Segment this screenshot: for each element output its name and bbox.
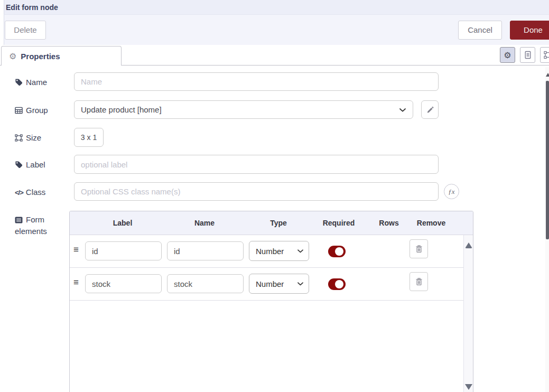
chevron-down-icon (297, 282, 303, 286)
cancel-button[interactable]: Cancel (458, 21, 502, 40)
size-field-row: Size 3 x 1 (15, 128, 549, 147)
dialog-header: Edit form node (4, 0, 549, 15)
group-field-label: Group (15, 100, 74, 116)
form-elements-row: Form elements Label Name Type Required R… (15, 211, 549, 392)
element-label-input[interactable] (85, 241, 162, 260)
gear-icon: ⚙ (504, 50, 511, 60)
name-input[interactable] (74, 72, 439, 91)
column-header-name: Name (194, 219, 215, 227)
element-type-value: Number (256, 247, 284, 256)
element-type-value: Number (256, 279, 284, 288)
tab-properties[interactable]: ⚙ Properties (1, 46, 122, 66)
description-tab-button[interactable] (520, 47, 535, 63)
group-select[interactable]: Update product [home] (74, 100, 413, 119)
form-elements-table-header: Label Name Type Required Rows Remove (70, 211, 473, 235)
name-field-label: Name (15, 72, 74, 88)
delete-button[interactable]: Delete (5, 21, 46, 40)
form-elements-table: Label Name Type Required Rows Remove ≡ N… (69, 211, 473, 392)
tag-icon (15, 161, 23, 169)
chevron-down-icon (297, 249, 303, 253)
class-field-label: </>Class (15, 182, 74, 198)
group-field-row: Group Update product [home] (15, 100, 549, 119)
group-selected-value: Update product [home] (81, 105, 162, 114)
label-field-label: Label (15, 155, 74, 171)
column-header-type: Type (270, 219, 287, 227)
object-group-icon (15, 134, 23, 142)
form-element-row: ≡ Number (70, 268, 473, 301)
remove-element-button[interactable] (410, 239, 428, 258)
trash-icon (415, 277, 423, 286)
column-header-label: Label (113, 219, 133, 227)
gear-icon: ⚙ (9, 51, 16, 61)
table-icon (15, 107, 23, 114)
form-element-row: ≡ Number (70, 235, 473, 268)
element-type-select[interactable]: Number (249, 274, 309, 294)
size-field-label: Size (15, 128, 74, 144)
scroll-up-icon[interactable] (465, 242, 472, 248)
file-text-icon (524, 51, 532, 59)
element-type-select[interactable]: Number (249, 241, 309, 261)
drag-handle-icon[interactable]: ≡ (73, 245, 79, 254)
toggle-knob (335, 247, 343, 256)
column-header-rows: Rows (379, 219, 398, 227)
class-input[interactable] (74, 182, 439, 201)
done-button[interactable]: Done (510, 21, 549, 40)
scrollbar-thumb[interactable] (546, 81, 549, 239)
table-scrollbar[interactable] (463, 235, 473, 392)
dialog-scrollbar[interactable] (545, 67, 549, 392)
properties-panel: Name Group Update product [home] (0, 66, 549, 392)
drag-handle-icon[interactable]: ≡ (73, 278, 79, 287)
form-elements-label: Form elements (15, 211, 68, 237)
class-field-row: </>Class ƒx (15, 182, 549, 201)
element-name-input[interactable] (167, 274, 244, 293)
element-name-input[interactable] (167, 241, 244, 260)
label-input[interactable] (74, 155, 439, 174)
chevron-down-icon (399, 108, 406, 112)
pencil-icon (426, 106, 434, 114)
remove-element-button[interactable] (410, 272, 428, 291)
edit-form-node-dialog: Edit form node Delete Cancel Done ⚙ Prop… (0, 0, 549, 392)
tab-properties-label: Properties (21, 52, 60, 61)
dialog-title: Edit form node (6, 3, 58, 12)
fx-icon: ƒx (448, 188, 454, 196)
appearance-tab-button[interactable] (540, 47, 549, 63)
toggle-knob (335, 280, 343, 288)
tab-bar: ⚙ Properties ⚙ (0, 45, 549, 66)
scroll-down-icon[interactable] (465, 384, 472, 390)
dialog-toolbar: Delete Cancel Done (4, 15, 549, 45)
properties-tab-button[interactable]: ⚙ (500, 47, 515, 63)
required-toggle[interactable] (328, 246, 346, 257)
size-button[interactable]: 3 x 1 (74, 128, 104, 147)
object-group-icon (544, 51, 549, 59)
edit-group-button[interactable] (421, 100, 439, 119)
name-field-row: Name (15, 72, 549, 91)
scroll-up-icon[interactable] (546, 73, 549, 77)
list-alt-icon (15, 217, 23, 223)
trash-icon (415, 245, 423, 253)
column-header-remove: Remove (417, 219, 445, 227)
element-label-input[interactable] (85, 274, 162, 293)
tag-icon (15, 78, 23, 86)
column-header-required: Required (323, 219, 355, 227)
dynamic-property-button[interactable]: ƒx (444, 184, 459, 199)
code-icon: </> (15, 189, 23, 197)
label-field-row: Label (15, 155, 549, 174)
required-toggle[interactable] (328, 278, 346, 290)
